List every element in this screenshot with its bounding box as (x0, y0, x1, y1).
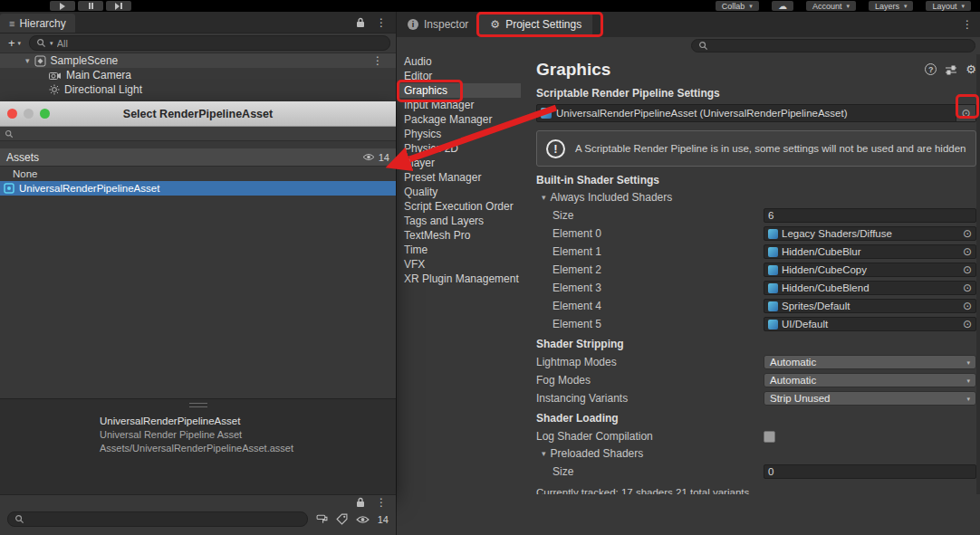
kebab-menu-icon[interactable]: ⋮ (372, 55, 396, 66)
create-button[interactable]: +▾ (5, 36, 24, 50)
lock-icon[interactable] (356, 497, 365, 508)
object-picker-icon[interactable]: ⊙ (963, 228, 972, 239)
search-icon (5, 129, 14, 139)
asset-preview-pane: UniversalRenderPipelineAsset Universal R… (0, 398, 396, 494)
tab-inspector[interactable]: i Inspector (397, 12, 479, 37)
section-stripping: Shader Stripping (536, 338, 976, 350)
hierarchy-search[interactable]: ▾ (29, 35, 390, 51)
visible-count: 14 (379, 152, 389, 163)
settings-nav-quality[interactable]: Quality (397, 185, 521, 199)
shader-icon (768, 320, 778, 330)
pause-button[interactable] (78, 1, 103, 11)
unity-editor-window: Collab▾ ☁ Account▾ Layers▾ Layout▾ ≡ Hie… (0, 0, 980, 535)
section-builtin: Built-in Shader Settings (536, 174, 976, 186)
maximize-icon[interactable] (40, 109, 50, 119)
tab-project-settings[interactable]: ⚙ Project Settings (479, 12, 592, 37)
target-icon: ⊙ (961, 108, 970, 119)
fog-modes-label: Fog Modes (536, 374, 764, 387)
kebab-menu-icon[interactable]: ⋮ (376, 497, 387, 508)
settings-nav-textmesh-pro[interactable]: TextMesh Pro (397, 228, 521, 243)
settings-search[interactable] (691, 39, 975, 53)
scene-row[interactable]: ▾ SampleScene ⋮ (0, 53, 396, 68)
bottom-search-input[interactable] (28, 514, 301, 525)
play-button[interactable] (50, 1, 75, 11)
log-shader-compilation-checkbox[interactable] (764, 431, 775, 443)
scrollbar[interactable] (976, 54, 980, 494)
settings-nav-editor[interactable]: Editor (397, 69, 521, 83)
dialog-title: Select RenderPipelineAsset (123, 108, 273, 120)
list-item-universalrenderpipelineasset[interactable]: UniversalRenderPipelineAsset (0, 181, 396, 196)
gear-icon[interactable]: ⚙ (966, 62, 976, 76)
collab-button[interactable]: Collab▾ (716, 1, 759, 11)
close-icon[interactable] (7, 109, 17, 119)
object-picker-icon[interactable]: ⊙ (963, 319, 972, 330)
shader-object-field[interactable]: Hidden/CubeBlur⊙ (764, 244, 976, 259)
account-button[interactable]: Account▾ (806, 1, 856, 11)
log-shader-compilation-label: Log Shader Compilation (536, 430, 764, 443)
presets-icon[interactable] (945, 64, 957, 75)
settings-nav-tags-and-layers[interactable]: Tags and Layers (397, 214, 521, 228)
instancing-variants-dropdown[interactable]: Strip Unused▾ (764, 391, 976, 406)
main-toolbar: Collab▾ ☁ Account▾ Layers▾ Layout▾ (0, 0, 980, 12)
element-label: Element 4 (536, 300, 764, 312)
object-picker-icon[interactable]: ⊙ (963, 264, 972, 275)
shader-icon (768, 265, 778, 275)
hierarchy-search-input[interactable] (57, 38, 383, 49)
srp-asset-field[interactable]: UniversalRenderPipelineAsset (UniversalR… (536, 104, 976, 122)
pause-icon (89, 3, 91, 9)
foldout-icon[interactable]: ▾ (25, 56, 30, 65)
settings-nav-vfx[interactable]: VFX (397, 257, 521, 272)
shader-object-field[interactable]: Hidden/CubeCopy⊙ (764, 263, 976, 277)
settings-nav-xr-plugin-management[interactable]: XR Plugin Management (397, 272, 521, 286)
settings-nav-audio[interactable]: Audio (397, 54, 521, 69)
settings-nav-package-manager[interactable]: Package Manager (397, 112, 521, 127)
cloud-button[interactable]: ☁ (772, 1, 793, 11)
fog-modes-dropdown[interactable]: Automatic▾ (764, 373, 976, 387)
shader-object-field[interactable]: Sprites/Default⊙ (764, 299, 976, 313)
dialog-search[interactable] (0, 127, 396, 141)
kebab-menu-icon[interactable]: ⋮ (376, 17, 387, 28)
lock-icon[interactable] (356, 17, 365, 28)
shader-object-field[interactable]: UI/Default⊙ (764, 317, 976, 331)
object-picker-icon[interactable]: ⊙ (963, 282, 972, 293)
settings-nav-script-execution-order[interactable]: Script Execution Order (397, 199, 521, 214)
settings-nav-time[interactable]: Time (397, 243, 521, 257)
hierarchy-item-main-camera[interactable]: Main Camera (0, 68, 396, 82)
settings-nav-physics-2d[interactable]: Physics 2D (397, 141, 521, 156)
hierarchy-item-directional-light[interactable]: Directional Light (0, 82, 396, 97)
object-picker-icon[interactable]: ⊙ (963, 246, 972, 257)
foldout-always-included[interactable]: ▾ Always Included Shaders (542, 191, 976, 204)
assets-tab[interactable]: Assets (6, 151, 39, 164)
object-picker-icon[interactable]: ⊙ (963, 301, 972, 311)
shader-object-field[interactable]: Legacy Shaders/Diffuse⊙ (764, 226, 976, 241)
list-item-none[interactable]: None (0, 167, 396, 181)
help-icon[interactable]: ? (925, 63, 937, 75)
layout-button[interactable]: Layout▾ (926, 1, 971, 11)
settings-nav-player[interactable]: Player (397, 156, 521, 170)
hierarchy-tab[interactable]: ≡ Hierarchy (0, 14, 75, 33)
step-button[interactable] (106, 1, 131, 11)
size-field[interactable]: 6 (764, 208, 976, 223)
object-picker-button[interactable]: ⊙ (956, 105, 975, 121)
settings-nav-graphics[interactable]: Graphics (397, 83, 521, 98)
settings-nav-preset-manager[interactable]: Preset Manager (397, 170, 521, 185)
shader-icon (768, 247, 778, 257)
foldout-preloaded-shaders[interactable]: ▾ Preloaded Shaders (542, 447, 976, 460)
layers-button[interactable]: Layers▾ (869, 1, 914, 11)
shader-object-field[interactable]: Hidden/CubeBlend⊙ (764, 281, 976, 295)
lightmap-modes-dropdown[interactable]: Automatic▾ (764, 355, 976, 369)
bottom-search[interactable] (7, 511, 308, 527)
srp-warning: ! A Scriptable Render Pipeline is in use… (536, 130, 976, 167)
label-icon[interactable] (336, 513, 348, 525)
paint-icon[interactable] (316, 513, 328, 525)
preview-asset-type: Universal Render Pipeline Asset (100, 428, 396, 442)
settings-nav-physics[interactable]: Physics (397, 127, 521, 141)
kebab-menu-icon[interactable]: ⋮ (962, 19, 973, 30)
preloaded-size-field[interactable]: 0 (764, 464, 976, 479)
eye-icon[interactable] (356, 515, 370, 524)
chevron-down-icon: ▾ (961, 3, 965, 9)
settings-nav-input-manager[interactable]: Input Manager (397, 98, 521, 112)
bottom-panel: ⋮ 14 (0, 494, 396, 535)
settings-search-input[interactable] (712, 41, 968, 52)
minimize-icon[interactable] (24, 109, 34, 119)
